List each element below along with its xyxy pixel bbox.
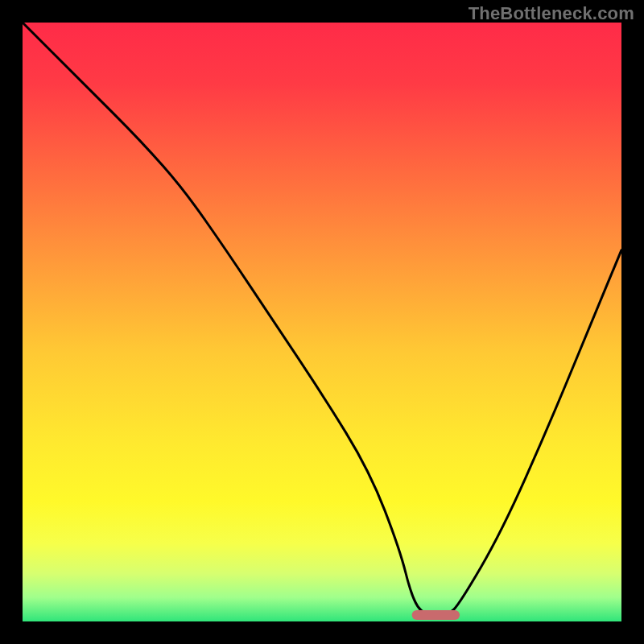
optimal-marker — [412, 610, 460, 620]
bottleneck-chart — [0, 0, 644, 644]
watermark-text: TheBottleneck.com — [469, 3, 634, 24]
